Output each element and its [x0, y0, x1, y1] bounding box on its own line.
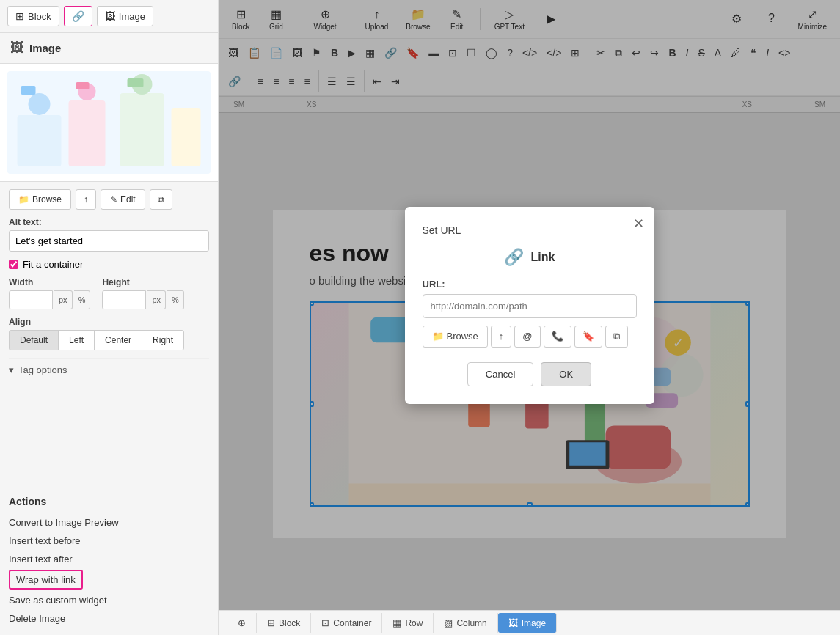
bottom-bar: ⊕ ⊞ Block ⊡ Container ▦ Row ▧ Column 🖼 I…: [219, 610, 840, 635]
at-icon: @: [522, 331, 532, 342]
svg-rect-5: [120, 93, 164, 166]
browse-icon: 📁: [18, 194, 29, 205]
bottom-column-label: Column: [456, 618, 486, 628]
align-left-button[interactable]: Left: [58, 330, 95, 350]
bottom-tab-select[interactable]: ⊕: [227, 613, 257, 633]
controls-area: 📁 Browse ↑ ✎ Edit ⧉ Alt text: Fit a cont…: [0, 182, 218, 488]
actions-title: Actions: [9, 496, 209, 507]
bottom-row-label: Row: [405, 618, 423, 628]
tag-options-row[interactable]: ▾ Tag options: [9, 358, 209, 381]
set-url-modal: Set URL ✕ 🔗 Link URL: 📁 Browse ↑ @ 📞 🔖: [405, 207, 654, 404]
modal-title: Set URL: [423, 224, 637, 236]
align-buttons: Default Left Center Right: [9, 330, 209, 350]
top-tabs: ⊞ Block 🔗 🖼 Image: [0, 0, 218, 33]
align-row: Align Default Left Center Right: [9, 317, 209, 350]
alt-text-input[interactable]: [9, 230, 209, 252]
url-copy-icon: ⧉: [613, 331, 620, 342]
bottom-row-icon: ▦: [392, 617, 401, 628]
phone-icon: 📞: [552, 331, 563, 342]
insert-text-before-link[interactable]: Insert text before: [9, 532, 209, 550]
save-custom-widget-link[interactable]: Save as custom widget: [9, 591, 209, 609]
align-center-button[interactable]: Center: [94, 330, 142, 350]
copy-icon: ⧉: [158, 194, 164, 205]
modal-overlay[interactable]: Set URL ✕ 🔗 Link URL: 📁 Browse ↑ @ 📞 🔖: [219, 0, 840, 610]
height-px-unit[interactable]: px: [147, 290, 166, 309]
block-icon: ⊞: [15, 10, 24, 22]
panel-image-icon: 🖼: [10, 40, 23, 56]
width-px-unit[interactable]: px: [54, 290, 73, 309]
width-group: Width px %: [9, 277, 90, 309]
link-modal-icon: 🔗: [504, 248, 524, 267]
left-panel: ⊞ Block 🔗 🖼 Image 🖼 Image: [0, 0, 219, 635]
panel-header: 🖼 Image: [0, 33, 218, 64]
tab-image-label: Image: [119, 11, 145, 22]
link-icon: 🔗: [72, 10, 84, 22]
url-phone-button[interactable]: 📞: [544, 326, 571, 348]
height-percent-unit[interactable]: %: [167, 290, 184, 309]
url-at-button[interactable]: @: [514, 326, 540, 348]
insert-text-after-link[interactable]: Insert text after: [9, 550, 209, 568]
copy-button[interactable]: ⧉: [150, 189, 172, 210]
edit-icon: ✎: [110, 194, 117, 205]
width-label: Width: [9, 277, 90, 287]
url-input[interactable]: [423, 294, 637, 318]
modal-footer: Cancel OK: [423, 362, 637, 386]
align-right-button[interactable]: Right: [142, 330, 184, 350]
bottom-tab-image[interactable]: 🖼 Image: [498, 613, 557, 633]
tab-block[interactable]: ⊞ Block: [7, 6, 59, 26]
svg-point-2: [29, 93, 51, 115]
bottom-tab-container[interactable]: ⊡ Container: [311, 613, 382, 633]
url-upload-icon: ↑: [499, 331, 504, 342]
bottom-image-label: Image: [522, 618, 546, 628]
delete-image-link[interactable]: Delete Image: [9, 609, 209, 628]
fit-container-row: Fit a container: [9, 259, 209, 270]
align-label: Align: [9, 317, 209, 327]
fit-container-checkbox[interactable]: [9, 260, 18, 269]
svg-rect-3: [69, 100, 106, 166]
url-browse-label: Browse: [447, 331, 478, 342]
url-label: URL:: [423, 279, 637, 290]
bottom-tab-row[interactable]: ▦ Row: [382, 613, 434, 633]
image-action-buttons: 📁 Browse ↑ ✎ Edit ⧉: [9, 189, 209, 210]
cancel-button[interactable]: Cancel: [467, 362, 533, 386]
url-anchor-button[interactable]: 🔖: [574, 326, 602, 348]
url-copy-button[interactable]: ⧉: [605, 326, 628, 348]
browse-button[interactable]: 📁 Browse: [9, 189, 71, 210]
url-browse-button[interactable]: 📁 Browse: [423, 326, 488, 348]
preview-box: [7, 71, 211, 174]
edit-label: Edit: [120, 194, 136, 205]
bottom-column-icon: ▧: [444, 617, 453, 628]
align-default-button[interactable]: Default: [9, 330, 59, 350]
bottom-container-icon: ⊡: [321, 617, 329, 628]
cancel-label: Cancel: [486, 369, 515, 380]
upload-icon: ↑: [84, 194, 88, 205]
panel-title: Image: [29, 42, 61, 54]
tag-options-label: Tag options: [18, 364, 67, 375]
fit-container-label: Fit a container: [23, 259, 83, 270]
svg-rect-8: [21, 86, 36, 95]
select-icon: ⊕: [238, 617, 246, 628]
bottom-image-icon: 🖼: [508, 617, 518, 628]
convert-to-preview-link[interactable]: Convert to Image Preview: [9, 513, 209, 532]
tab-image[interactable]: 🖼 Image: [97, 6, 153, 26]
tab-link[interactable]: 🔗: [64, 6, 92, 26]
height-px-input[interactable]: [102, 290, 146, 309]
bottom-tab-column[interactable]: ▧ Column: [434, 613, 497, 633]
width-px-input[interactable]: [9, 290, 53, 309]
svg-rect-1: [18, 115, 62, 166]
wrap-with-link-link[interactable]: Wrap with link: [9, 570, 83, 590]
height-group: Height px %: [102, 277, 183, 309]
bottom-block-label: Block: [279, 618, 300, 628]
bottom-tab-block[interactable]: ⊞ Block: [257, 613, 311, 633]
svg-rect-7: [172, 108, 201, 166]
image-tab-icon: 🖼: [105, 10, 115, 22]
modal-close-button[interactable]: ✕: [633, 216, 644, 232]
edit-button[interactable]: ✎ Edit: [101, 189, 145, 210]
ok-button[interactable]: OK: [541, 362, 591, 386]
upload-button[interactable]: ↑: [76, 189, 96, 210]
browse-folder-icon: 📁: [432, 331, 444, 342]
url-upload-button[interactable]: ↑: [491, 326, 512, 348]
anchor-icon: 🔖: [582, 331, 594, 342]
width-percent-unit[interactable]: %: [74, 290, 91, 309]
alt-text-label: Alt text:: [9, 217, 209, 227]
